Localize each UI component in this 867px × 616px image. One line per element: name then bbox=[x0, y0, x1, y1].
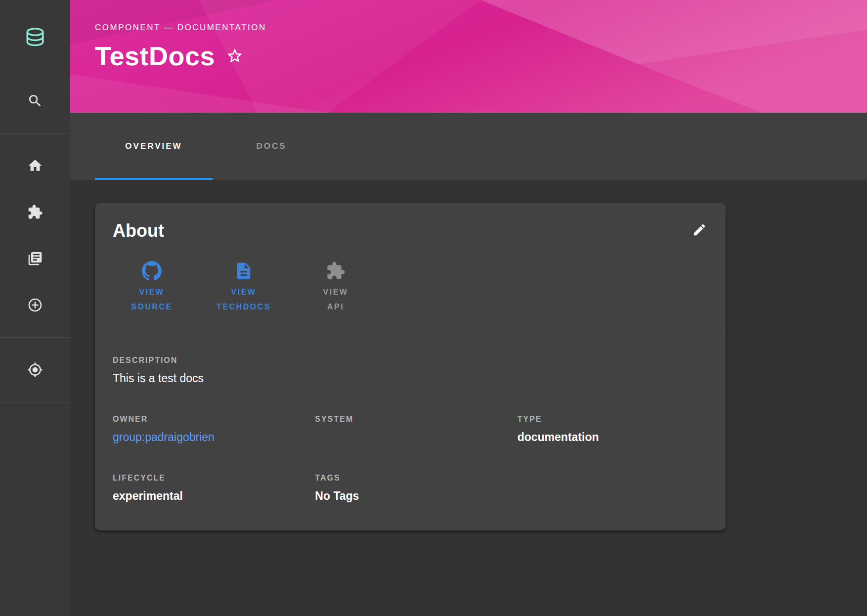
edit-icon[interactable] bbox=[692, 222, 707, 237]
system-label: SYSTEM bbox=[315, 415, 505, 424]
breadcrumb: COMPONENT — DOCUMENTATION bbox=[95, 23, 867, 33]
header-content: COMPONENT — DOCUMENTATION TestDocs bbox=[70, 0, 867, 71]
tags-label: TAGS bbox=[315, 474, 505, 483]
lifecycle-label: LIFECYCLE bbox=[113, 474, 303, 483]
about-fields: DESCRIPTION This is a test docs OWNER gr… bbox=[95, 335, 726, 530]
field-tags: TAGS No Tags bbox=[315, 474, 505, 503]
title-row: TestDocs bbox=[95, 41, 867, 71]
description-label: DESCRIPTION bbox=[113, 356, 708, 365]
about-actions: VIEW SOURCE VIEW TECHDOCS bbox=[113, 261, 708, 315]
tab-overview-label: OVERVIEW bbox=[125, 141, 182, 151]
document-icon bbox=[234, 261, 254, 285]
my-location-icon[interactable] bbox=[27, 362, 43, 378]
tab-overview[interactable]: OVERVIEW bbox=[95, 113, 213, 180]
entity-header: COMPONENT — DOCUMENTATION TestDocs bbox=[70, 0, 867, 113]
library-icon[interactable] bbox=[27, 251, 43, 266]
field-system: SYSTEM bbox=[315, 415, 505, 444]
github-icon bbox=[142, 261, 162, 285]
view-techdocs-label: VIEW TECHDOCS bbox=[217, 285, 271, 315]
main-area: COMPONENT — DOCUMENTATION TestDocs OVERV… bbox=[70, 0, 867, 616]
view-source-button[interactable]: VIEW SOURCE bbox=[113, 261, 191, 315]
owner-link[interactable]: group:padraigobrien bbox=[113, 431, 215, 444]
tab-docs-label: DOCS bbox=[256, 141, 286, 151]
field-type: TYPE documentation bbox=[518, 415, 708, 444]
view-api-button: VIEW API bbox=[297, 261, 375, 315]
page-title: TestDocs bbox=[95, 41, 215, 71]
field-lifecycle: LIFECYCLE experimental bbox=[113, 474, 303, 503]
app-root: COMPONENT — DOCUMENTATION TestDocs OVERV… bbox=[0, 0, 867, 616]
type-label: TYPE bbox=[518, 415, 708, 424]
search-icon[interactable] bbox=[27, 93, 43, 109]
content-area: About VIEW SOURCE bbox=[70, 180, 867, 616]
tab-docs[interactable]: DOCS bbox=[213, 113, 330, 180]
tab-bar: OVERVIEW DOCS bbox=[70, 113, 867, 180]
about-card-header: About VIEW SOURCE bbox=[95, 203, 726, 335]
view-api-label: VIEW API bbox=[323, 285, 348, 315]
extension-icon[interactable] bbox=[27, 204, 43, 220]
field-owner: OWNER group:padraigobrien bbox=[113, 415, 303, 444]
owner-label: OWNER bbox=[113, 415, 303, 424]
extension-icon bbox=[326, 261, 346, 285]
home-icon[interactable] bbox=[27, 158, 43, 174]
type-value: documentation bbox=[518, 431, 708, 444]
view-source-label: VIEW SOURCE bbox=[131, 285, 172, 315]
sidebar-divider bbox=[0, 337, 70, 338]
tags-value: No Tags bbox=[315, 489, 505, 503]
lifecycle-value: experimental bbox=[113, 489, 303, 503]
add-circle-icon[interactable] bbox=[27, 297, 43, 313]
sidebar-divider bbox=[0, 402, 70, 402]
field-description: DESCRIPTION This is a test docs bbox=[113, 356, 708, 385]
about-card: About VIEW SOURCE bbox=[95, 203, 726, 530]
sidebar bbox=[0, 0, 70, 616]
view-techdocs-button[interactable]: VIEW TECHDOCS bbox=[205, 261, 283, 315]
sidebar-divider bbox=[0, 133, 70, 133]
backstage-logo[interactable] bbox=[22, 25, 48, 51]
star-icon[interactable] bbox=[226, 47, 244, 65]
description-value: This is a test docs bbox=[113, 372, 708, 385]
about-title: About bbox=[113, 220, 708, 241]
